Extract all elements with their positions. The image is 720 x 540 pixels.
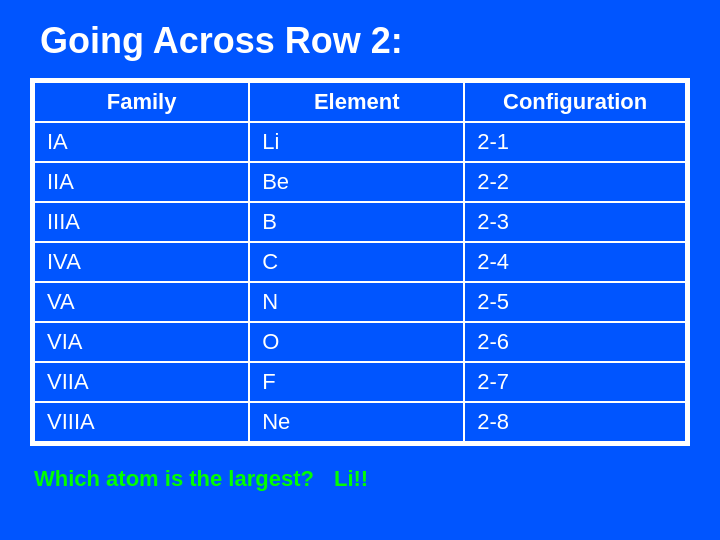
page: Going Across Row 2: Family Element Confi… [0,0,720,540]
cell-family-6: VIA [34,322,249,362]
table-row: VIA O 2-6 [34,322,686,362]
cell-config-2: 2-2 [464,162,686,202]
header-element: Element [249,82,464,122]
cell-config-7: 2-7 [464,362,686,402]
cell-config-3: 2-3 [464,202,686,242]
cell-family-4: IVA [34,242,249,282]
cell-config-8: 2-8 [464,402,686,442]
page-title: Going Across Row 2: [30,20,690,62]
table-row: VIIIA Ne 2-8 [34,402,686,442]
table-row: VA N 2-5 [34,282,686,322]
table-row: VIIA F 2-7 [34,362,686,402]
table-header-row: Family Element Configuration [34,82,686,122]
cell-family-7: VIIA [34,362,249,402]
footer-answer: Li!! [334,466,368,492]
cell-family-8: VIIIA [34,402,249,442]
cell-element-5: N [249,282,464,322]
cell-element-3: B [249,202,464,242]
cell-element-4: C [249,242,464,282]
footer: Which atom is the largest? Li!! [30,466,690,492]
table-row: IIIA B 2-3 [34,202,686,242]
cell-family-2: IIA [34,162,249,202]
cell-element-1: Li [249,122,464,162]
cell-config-1: 2-1 [464,122,686,162]
cell-family-5: VA [34,282,249,322]
cell-element-7: F [249,362,464,402]
table-row: IIA Be 2-2 [34,162,686,202]
header-configuration: Configuration [464,82,686,122]
cell-config-5: 2-5 [464,282,686,322]
footer-question: Which atom is the largest? [34,466,314,492]
cell-family-1: IA [34,122,249,162]
cell-element-6: O [249,322,464,362]
table-row: IVA C 2-4 [34,242,686,282]
data-table: Family Element Configuration IA Li 2-1 I… [30,78,690,446]
cell-element-8: Ne [249,402,464,442]
table-row: IA Li 2-1 [34,122,686,162]
cell-element-2: Be [249,162,464,202]
cell-config-6: 2-6 [464,322,686,362]
cell-config-4: 2-4 [464,242,686,282]
header-family: Family [34,82,249,122]
cell-family-3: IIIA [34,202,249,242]
